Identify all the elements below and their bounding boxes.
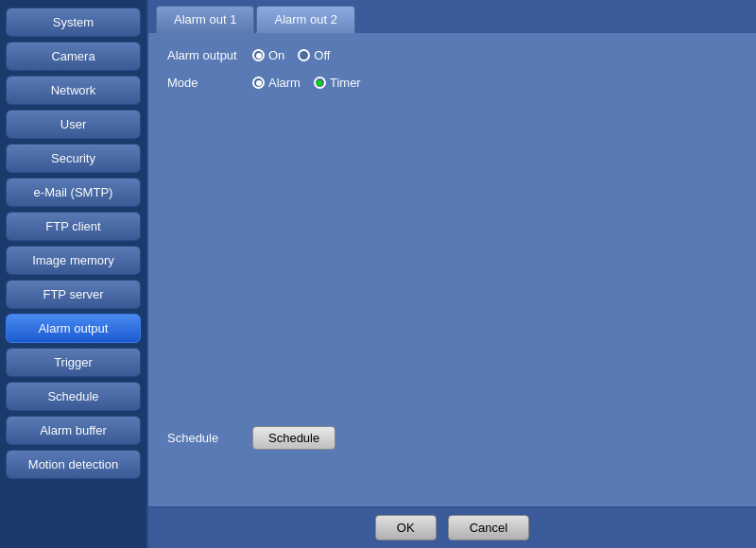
tab-alarm-out-2[interactable]: Alarm out 2 xyxy=(256,6,354,33)
content-area: Alarm output On Off Mode xyxy=(148,33,756,506)
mode-timer-option[interactable]: Timer xyxy=(314,76,361,90)
sidebar-item-network[interactable]: Network xyxy=(6,76,141,105)
sidebar: System Camera Network User Security e-Ma… xyxy=(0,0,146,548)
schedule-button[interactable]: Schedule xyxy=(252,426,335,450)
main-panel: Alarm out 1 Alarm out 2 Alarm output On … xyxy=(146,0,756,548)
alarm-output-off-radio[interactable] xyxy=(298,49,310,61)
sidebar-item-security[interactable]: Security xyxy=(6,144,141,173)
alarm-output-on-option[interactable]: On xyxy=(252,48,284,62)
mode-row: Mode Alarm Timer xyxy=(167,76,737,90)
sidebar-item-trigger[interactable]: Trigger xyxy=(6,348,141,377)
mode-timer-label: Timer xyxy=(330,76,361,90)
sidebar-item-alarm-buffer[interactable]: Alarm buffer xyxy=(6,416,141,445)
alarm-output-label: Alarm output xyxy=(167,48,243,62)
alarm-output-radio-group: On Off xyxy=(252,48,330,62)
tab-bar: Alarm out 1 Alarm out 2 xyxy=(148,0,756,33)
sidebar-item-ftp-client[interactable]: FTP client xyxy=(6,212,141,241)
alarm-output-off-option[interactable]: Off xyxy=(298,48,330,62)
sidebar-item-motion-detection[interactable]: Motion detection xyxy=(6,450,141,479)
mode-alarm-label: Alarm xyxy=(268,76,301,90)
sidebar-item-email[interactable]: e-Mail (SMTP) xyxy=(6,178,141,207)
mode-alarm-option[interactable]: Alarm xyxy=(252,76,301,90)
alarm-output-off-label: Off xyxy=(314,48,330,62)
ok-button[interactable]: OK xyxy=(375,515,437,540)
schedule-row: Schedule Schedule xyxy=(167,426,335,450)
alarm-output-on-radio[interactable] xyxy=(252,49,265,61)
sidebar-item-image-memory[interactable]: Image memory xyxy=(6,246,141,275)
mode-timer-radio[interactable] xyxy=(314,77,326,89)
footer: OK Cancel xyxy=(148,506,756,548)
sidebar-item-ftp-server[interactable]: FTP server xyxy=(6,280,141,309)
schedule-label: Schedule xyxy=(167,431,243,445)
sidebar-item-user[interactable]: User xyxy=(6,110,141,139)
mode-alarm-radio[interactable] xyxy=(252,77,265,89)
sidebar-item-alarm-output[interactable]: Alarm output xyxy=(6,314,141,343)
mode-radio-group: Alarm Timer xyxy=(252,76,361,90)
alarm-output-row: Alarm output On Off xyxy=(167,48,737,62)
sidebar-item-schedule[interactable]: Schedule xyxy=(6,382,141,411)
sidebar-item-camera[interactable]: Camera xyxy=(6,42,141,71)
mode-label: Mode xyxy=(167,76,243,90)
cancel-button[interactable]: Cancel xyxy=(448,515,529,540)
alarm-output-on-label: On xyxy=(268,48,284,62)
tab-alarm-out-1[interactable]: Alarm out 1 xyxy=(156,6,254,33)
sidebar-item-system[interactable]: System xyxy=(6,8,141,37)
